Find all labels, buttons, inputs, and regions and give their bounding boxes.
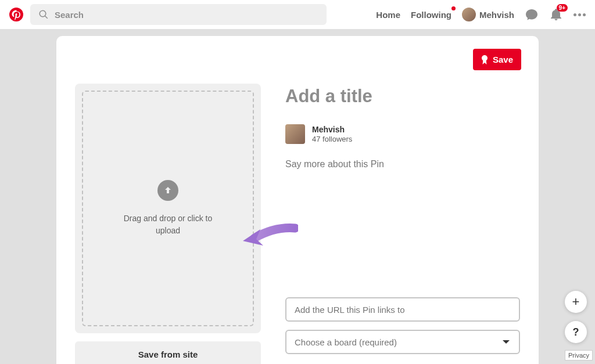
author-info: Mehvish 47 followers	[312, 125, 352, 143]
avatar-icon	[462, 8, 476, 21]
board-select-label: Choose a board (required)	[295, 337, 397, 347]
add-fab[interactable]: +	[565, 291, 587, 313]
nav-home[interactable]: Home	[376, 10, 400, 20]
upload-dropzone[interactable]: Drag and drop or click to upload	[82, 91, 254, 326]
navbar: Home Following Mehvish 9+	[0, 0, 595, 29]
author-followers: 47 followers	[312, 135, 352, 143]
author-name: Mehvish	[312, 125, 352, 134]
page-background: Save Drag and drop or click to upload Sa…	[0, 29, 595, 364]
pin-builder-card: Save Drag and drop or click to upload Sa…	[56, 36, 539, 364]
upload-box: Drag and drop or click to upload	[75, 84, 261, 333]
search-box[interactable]	[30, 4, 327, 25]
pinterest-logo[interactable]	[9, 8, 23, 21]
title-input[interactable]	[285, 86, 520, 107]
fab-column: + ?	[565, 291, 587, 343]
nav-username: Mehvish	[479, 10, 514, 20]
upload-icon	[157, 180, 178, 201]
search-icon	[38, 9, 49, 20]
nav-following-label: Following	[411, 10, 451, 20]
nav-profile[interactable]: Mehvish	[462, 8, 514, 21]
board-select[interactable]: Choose a board (required)	[285, 330, 520, 354]
form-column: Mehvish 47 followers Choose a board (req…	[285, 84, 520, 364]
description-input[interactable]	[285, 159, 520, 170]
save-button[interactable]: Save	[473, 49, 521, 70]
save-button-label: Save	[493, 55, 513, 64]
help-fab[interactable]: ?	[565, 321, 587, 343]
nav-right: Home Following Mehvish 9+	[376, 8, 586, 21]
nav-following[interactable]: Following	[411, 10, 451, 20]
upload-text: Drag and drop or click to upload	[116, 212, 220, 237]
chevron-down-icon	[501, 337, 511, 347]
notification-badge: 9+	[557, 4, 568, 12]
messages-icon[interactable]	[525, 8, 539, 21]
pin-icon	[481, 55, 488, 64]
notification-dot	[451, 6, 456, 10]
upload-column: Drag and drop or click to upload Save fr…	[75, 84, 261, 364]
author-row: Mehvish 47 followers	[285, 124, 520, 144]
more-menu-icon[interactable]	[574, 13, 586, 16]
search-input[interactable]	[55, 10, 318, 20]
privacy-link[interactable]: Privacy	[565, 350, 593, 361]
notifications-icon[interactable]: 9+	[549, 8, 563, 21]
url-input[interactable]	[285, 297, 520, 322]
builder-columns: Drag and drop or click to upload Save fr…	[75, 84, 520, 364]
author-avatar	[285, 124, 305, 144]
save-from-site-button[interactable]: Save from site	[75, 341, 261, 364]
